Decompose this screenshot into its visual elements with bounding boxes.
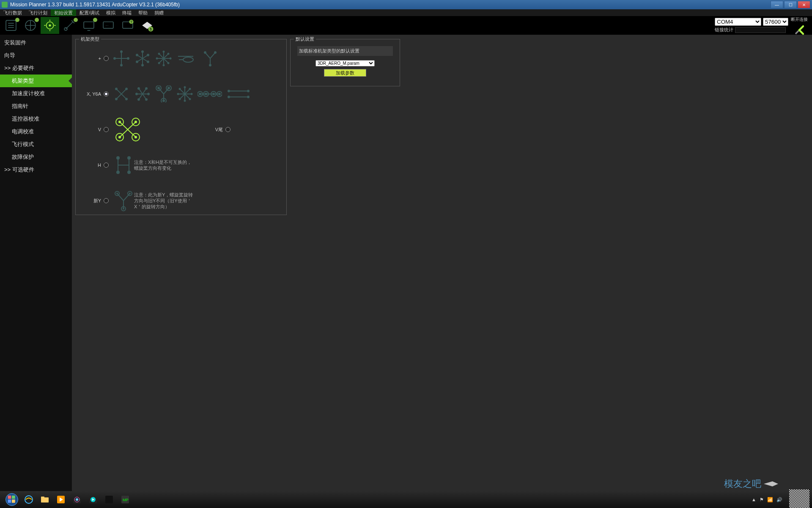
tab-flight-data[interactable]: 飞行数据: [0, 9, 25, 16]
tab-help[interactable]: 帮助: [135, 9, 151, 16]
svg-point-125: [116, 171, 120, 174]
sidebar-item-flight-modes[interactable]: 飞行模式: [0, 138, 72, 151]
app1-icon[interactable]: [53, 493, 69, 506]
svg-point-106: [228, 90, 230, 92]
system-tray: ▲ ⚑ 📶 🔊: [752, 489, 809, 508]
radio-x[interactable]: [104, 91, 109, 97]
svg-point-91: [184, 86, 186, 88]
quadx-icon: [113, 86, 130, 102]
load-params-button[interactable]: 加载参数: [324, 69, 366, 77]
radio-h[interactable]: [104, 163, 109, 168]
help-icon-button[interactable]: ?: [118, 17, 137, 34]
radio-v[interactable]: [104, 127, 109, 132]
tray-network-icon[interactable]: 📶: [767, 497, 773, 502]
simulation-icon-button[interactable]: [80, 17, 98, 34]
link-stats-label: 链接统计: [715, 27, 733, 33]
svg-point-88: [189, 98, 191, 100]
sidebar-item-radio-calib[interactable]: 遥控器校准: [0, 113, 72, 125]
terminal-icon-button[interactable]: ···: [99, 17, 118, 34]
badge-icon: [35, 18, 39, 22]
config-tuning-icon-button[interactable]: [60, 17, 79, 34]
sidebar-item-accel-calib[interactable]: 加速度计校准: [0, 87, 72, 100]
svg-rect-138: [12, 496, 15, 499]
radio-vtail[interactable]: [225, 127, 230, 132]
maximize-button[interactable]: ☐: [784, 1, 797, 8]
sidebar-item-frame-type[interactable]: 机架类型: [0, 75, 72, 87]
svg-rect-139: [8, 500, 11, 503]
sidebar-item-install-firmware[interactable]: 安装固件: [0, 36, 72, 49]
baud-select[interactable]: 57600: [763, 18, 788, 26]
watermark: 模友之吧: [724, 478, 778, 490]
svg-point-93: [177, 93, 179, 95]
svg-point-117: [134, 121, 137, 123]
svg-point-26: [120, 64, 123, 66]
sidebar-item-optional-hw[interactable]: >> 可选硬件: [0, 163, 72, 176]
frame-row-h: H 注意：X和H是不可互换的，螺旋桨方向有变化: [80, 150, 282, 180]
tab-terminal[interactable]: 终端: [119, 9, 135, 16]
radio-plus[interactable]: [104, 56, 109, 61]
minimize-button[interactable]: —: [771, 1, 783, 8]
svg-point-62: [125, 98, 128, 100]
newy-note: 注意：此为新Y，螺旋桨旋转方向与旧Y不同（旧Y使用＇X＇的旋转方向）: [134, 192, 193, 210]
default-settings-group: 默认设置 加载标准机架类型的默认设置 3DR_AERO_M.param 加载参数: [290, 39, 400, 86]
frame-row-plus: +: [80, 44, 282, 73]
sidebar-item-failsafe[interactable]: 故障保护: [0, 151, 72, 163]
app4-icon[interactable]: [102, 493, 117, 506]
sidebar-item-wizard[interactable]: 向导: [0, 49, 72, 62]
tab-config-tuning[interactable]: 配置/调试: [76, 9, 103, 16]
tray-up-icon[interactable]: ▲: [752, 497, 756, 502]
tray-flag-icon[interactable]: ⚑: [760, 497, 764, 502]
svg-point-47: [167, 62, 170, 64]
frame-type-legend: 机架类型: [79, 36, 101, 42]
app3-icon[interactable]: [85, 493, 101, 506]
sidebar: 安装固件 向导 >> 必要硬件 机架类型 加速度计校准 指南针 遥控器校准 电调…: [0, 35, 72, 491]
start-button[interactable]: [3, 491, 21, 508]
flight-data-icon-button[interactable]: [2, 17, 20, 34]
sidebar-item-compass[interactable]: 指南针: [0, 100, 72, 113]
ie-icon[interactable]: [21, 493, 36, 506]
app2-icon[interactable]: [69, 493, 85, 506]
window-titlebar: Mission Planner 1.3.37 build 1.1.5917.13…: [0, 0, 812, 9]
tab-simulation[interactable]: 模拟: [103, 9, 119, 16]
octoquad2-icon: [226, 88, 251, 100]
svg-point-96: [199, 93, 201, 95]
svg-point-32: [141, 50, 144, 53]
explorer-icon[interactable]: [37, 493, 52, 506]
svg-point-70: [137, 87, 140, 90]
tab-initial-setup[interactable]: 初始设置: [51, 9, 76, 16]
svg-point-57: [214, 51, 217, 54]
y6-icon: [155, 86, 172, 102]
tri-icon: [202, 50, 219, 67]
sidebar-item-mandatory-hw[interactable]: >> 必要硬件: [0, 62, 72, 75]
donate-icon-button[interactable]: $: [138, 17, 156, 34]
close-button[interactable]: ✕: [798, 1, 810, 8]
svg-point-148: [76, 498, 78, 501]
svg-point-49: [167, 53, 170, 55]
radio-newy[interactable]: [104, 198, 109, 203]
hexplus-icon: [134, 50, 151, 67]
missionplanner-task-icon[interactable]: MP: [118, 493, 133, 506]
badge-icon: [15, 18, 19, 22]
svg-point-77: [157, 87, 160, 89]
param-file-select[interactable]: 3DR_AERO_M.param: [315, 60, 375, 66]
svg-point-134: [129, 193, 131, 194]
svg-point-98: [212, 93, 215, 95]
badge-icon: [93, 18, 97, 22]
sidebar-item-esc-calib[interactable]: 电调校准: [0, 125, 72, 138]
svg-point-72: [137, 98, 140, 101]
tab-flight-plan[interactable]: 飞行计划: [25, 9, 51, 16]
svg-point-56: [204, 51, 206, 54]
flight-plan-icon-button[interactable]: [21, 17, 40, 34]
svg-point-68: [135, 93, 138, 95]
svg-point-25: [120, 50, 123, 53]
tab-donate[interactable]: 捐赠: [151, 9, 167, 16]
com-port-select[interactable]: COM4: [715, 18, 761, 26]
svg-line-128: [123, 193, 130, 201]
tray-volume-icon[interactable]: 🔊: [776, 497, 782, 502]
plane-icon: [764, 481, 778, 486]
svg-point-37: [147, 61, 149, 63]
initial-setup-icon-button[interactable]: [41, 17, 59, 34]
connect-plug-icon[interactable]: [792, 22, 807, 34]
frame-icons-plus: [113, 50, 219, 67]
window-title: Mission Planner 1.3.37 build 1.1.5917.13…: [10, 2, 180, 8]
